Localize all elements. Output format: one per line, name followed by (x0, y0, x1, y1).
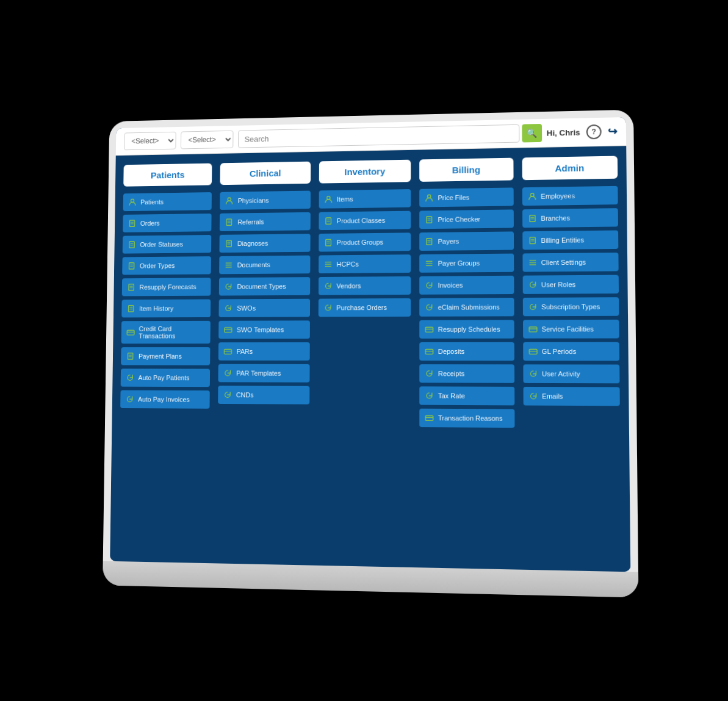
menu-item-label: Order Types (139, 262, 175, 269)
card-icon (424, 412, 434, 422)
menu-item-label: Documents (237, 261, 270, 268)
list-icon (527, 257, 537, 267)
menu-item-branches[interactable]: Branches (522, 208, 618, 228)
menu-item-transaction-reasons[interactable]: Transaction Reasons (419, 408, 514, 427)
menu-item-purchase-orders[interactable]: Purchase Orders (318, 298, 411, 316)
search-input[interactable] (237, 124, 519, 148)
menu-item-item-history[interactable]: Item History (121, 299, 211, 317)
search-button[interactable]: 🔍 (521, 123, 541, 142)
menu-item-pars[interactable]: PARs (218, 342, 309, 361)
doc-icon (224, 217, 234, 227)
menu-item-diagnoses[interactable]: Diagnoses (219, 234, 310, 253)
menu-item-label: Order Statuses (140, 240, 183, 248)
menu-item-gl-periods[interactable]: GL Periods (522, 342, 619, 361)
refresh-icon (528, 368, 538, 378)
menu-item-patients[interactable]: Patients (123, 192, 212, 211)
menu-item-swos[interactable]: SWOs (218, 298, 309, 317)
menu-item-user-activity[interactable]: User Activity (522, 364, 619, 383)
menu-item-subscription-types[interactable]: Subscription Types (522, 297, 619, 316)
menu-item-tax-rate[interactable]: Tax Rate (419, 386, 514, 405)
select-dropdown-1[interactable]: <Select> (124, 131, 176, 150)
menu-item-product-classes[interactable]: Product Classes (319, 210, 411, 229)
select-dropdown-2[interactable]: <Select> (180, 130, 233, 149)
menu-item-invoices[interactable]: Invoices (419, 275, 514, 294)
card-icon (126, 327, 135, 337)
menu-item-auto-pay-patients[interactable]: Auto Pay Patients (120, 368, 210, 387)
menu-item-auto-pay-invoices[interactable]: Auto Pay Invoices (120, 390, 210, 408)
doc-icon (127, 218, 136, 228)
menu-item-label: Diagnoses (237, 239, 268, 246)
menu-item-payers[interactable]: Payers (419, 231, 513, 251)
menu-item-credit-card-transactions[interactable]: Credit Card Transactions (121, 320, 211, 343)
card-icon (424, 324, 434, 334)
menu-item-order-statuses[interactable]: Order Statuses (122, 235, 211, 254)
menu-item-label: Referrals (237, 218, 264, 225)
menu-item-order-types[interactable]: Order Types (122, 256, 211, 275)
menu-item-payment-plans[interactable]: Payment Plans (121, 347, 211, 365)
menu-item-label: Credit Card Transactions (139, 325, 206, 339)
person-icon (323, 194, 333, 204)
menu-item-label: HCPCs (336, 260, 358, 267)
menu-item-label: Price Checker (438, 215, 480, 223)
columns-grid: PatientsPatientsOrdersOrder StatusesOrde… (120, 156, 619, 428)
refresh-icon (124, 394, 134, 404)
menu-item-referrals[interactable]: Referrals (220, 212, 310, 231)
menu-item-label: Transaction Reasons (438, 414, 502, 422)
menu-item-label: Deposits (438, 347, 464, 354)
doc-icon (323, 237, 333, 247)
menu-item-label: Billing Entities (541, 236, 584, 244)
search-container: 🔍 (237, 123, 541, 148)
logout-button[interactable]: ↪ (607, 124, 617, 138)
menu-item-service-facilities[interactable]: Service Facilities (522, 319, 619, 338)
card-icon (527, 324, 538, 334)
menu-item-price-files[interactable]: Price Files (419, 187, 513, 207)
menu-item-product-groups[interactable]: Product Groups (319, 232, 411, 251)
menu-item-resupply-forecasts[interactable]: Resupply Forecasts (121, 278, 211, 296)
svg-rect-22 (226, 219, 232, 225)
menu-item-label: Emails (542, 392, 563, 400)
menu-item-eclaim-submissions[interactable]: eClaim Submissions (419, 298, 514, 317)
menu-item-emails[interactable]: Emails (523, 386, 620, 405)
column-header-billing: Billing (419, 157, 513, 181)
menu-item-hcpcs[interactable]: HCPCs (318, 254, 410, 273)
user-greeting: Hi, Chris (546, 128, 580, 137)
menu-item-employees[interactable]: Employees (522, 185, 618, 205)
menu-item-receipts[interactable]: Receipts (419, 364, 514, 383)
menu-item-label: PARs (236, 348, 253, 355)
column-header-admin: Admin (522, 156, 618, 180)
menu-item-physicians[interactable]: Physicians (220, 190, 310, 209)
doc-icon (126, 261, 135, 271)
menu-item-label: Subscription Types (541, 303, 600, 311)
menu-item-billing-entities[interactable]: Billing Entities (522, 230, 618, 250)
menu-item-par-templates[interactable]: PAR Templates (218, 364, 309, 382)
doc-icon (323, 216, 333, 226)
card-icon (223, 347, 233, 356)
menu-item-vendors[interactable]: Vendors (318, 276, 411, 295)
menu-item-swo-templates[interactable]: SWO Templates (218, 320, 309, 339)
menu-item-label: User Roles (541, 281, 575, 288)
menu-item-label: Receipts (438, 370, 464, 377)
svg-rect-7 (129, 262, 134, 268)
menu-item-documents[interactable]: Documents (219, 255, 310, 274)
menu-item-label: Resupply Schedules (438, 325, 500, 333)
menu-item-user-roles[interactable]: User Roles (522, 275, 619, 293)
menu-item-label: Service Facilities (541, 325, 594, 333)
list-icon (224, 260, 234, 270)
menu-item-document-types[interactable]: Document Types (219, 277, 310, 295)
menu-item-label: Auto Pay Invoices (137, 395, 189, 403)
doc-icon (527, 235, 537, 245)
svg-rect-65 (529, 237, 535, 243)
menu-item-orders[interactable]: Orders (123, 213, 212, 232)
column-admin: AdminEmployeesBranchesBilling EntitiesCl… (522, 156, 620, 428)
menu-item-price-checker[interactable]: Price Checker (419, 209, 513, 229)
menu-item-label: Product Classes (336, 217, 384, 225)
menu-item-cnds[interactable]: CNDs (218, 386, 309, 404)
menu-item-client-settings[interactable]: Client Settings (522, 253, 619, 272)
menu-item-payer-groups[interactable]: Payer Groups (419, 253, 513, 272)
help-button[interactable]: ? (586, 124, 601, 139)
menu-item-items[interactable]: Items (319, 189, 411, 209)
menu-item-resupply-schedules[interactable]: Resupply Schedules (419, 320, 514, 339)
refresh-icon (323, 281, 333, 290)
svg-point-0 (131, 199, 134, 202)
menu-item-deposits[interactable]: Deposits (419, 342, 514, 360)
